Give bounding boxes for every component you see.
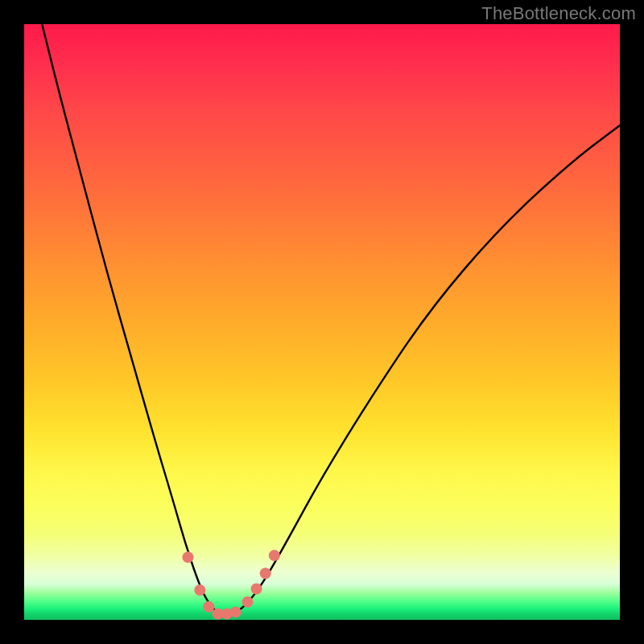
highlight-dots [183, 550, 280, 620]
highlight-dot [269, 550, 280, 561]
highlight-dot [203, 601, 214, 613]
chart-svg [24, 24, 620, 620]
highlight-dot [183, 551, 194, 563]
highlight-dot [242, 597, 254, 608]
watermark-text: TheBottleneck.com [481, 3, 636, 24]
chart-frame: TheBottleneck.com [0, 0, 644, 644]
highlight-dot [251, 584, 262, 595]
chart-plot-area [24, 24, 620, 620]
highlight-dot [260, 568, 271, 579]
bottleneck-curve [42, 24, 620, 614]
highlight-dot [230, 606, 242, 617]
highlight-dot [194, 584, 205, 596]
